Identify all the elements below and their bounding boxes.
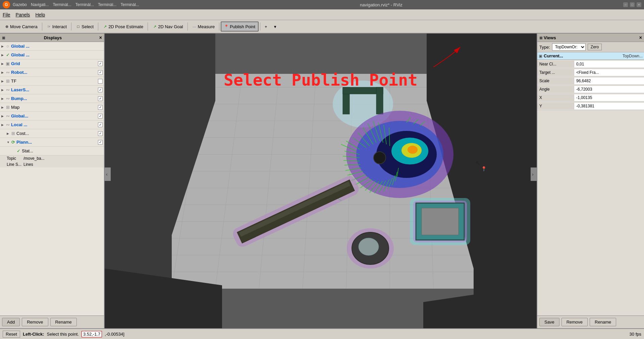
displays-close-icon[interactable]: × [99, 35, 102, 40]
toolbar-separator-5 [187, 22, 188, 31]
local-costmap-checkbox[interactable] [98, 123, 103, 127]
toolbar-plus-button[interactable]: + [262, 21, 270, 32]
tab-terminal2[interactable]: Terminàl... [75, 2, 94, 7]
display-item-grid[interactable]: ▶ ▣ Grid [0, 59, 104, 68]
rename-view-button[interactable]: Rename [590, 318, 616, 326]
global-costmap-checkbox[interactable] [98, 114, 103, 118]
display-item-map[interactable]: ▶ ⊞ Map [0, 103, 104, 112]
save-view-button[interactable]: Save [539, 318, 559, 326]
menu-file[interactable]: File [3, 12, 10, 17]
views-scale-row: Scale 96,6482 [537, 77, 644, 85]
views-panel: ▣ Views × Type: TopDownOr: Zero ▣ Curren… [537, 34, 644, 328]
svg-point-85 [359, 238, 379, 255]
cost-sub-checkbox[interactable] [98, 131, 103, 136]
views-current-name: Current... [544, 53, 623, 58]
display-name-global-options: Global ... [11, 52, 103, 57]
svg-text:📍: 📍 [481, 166, 487, 172]
display-name-stat: Stat... [22, 148, 103, 153]
2d-nav-label: 2D Nav Goal [158, 24, 183, 29]
measure-button[interactable]: — Measure [189, 21, 218, 32]
display-item-global-options[interactable]: ▶ ✓ Global ... [0, 51, 104, 59]
views-scale-value[interactable]: 96,6482 [574, 78, 644, 85]
tab-gazebo[interactable]: Gazebo [13, 2, 27, 7]
remove-display-button[interactable]: Remove [22, 318, 48, 326]
display-item-global-costmap[interactable]: ▶ ∾ Global... [0, 112, 104, 120]
bump-checkbox[interactable] [98, 96, 103, 101]
tab-terminal4[interactable]: Terminàl... [120, 2, 139, 7]
select-icon: □ [76, 24, 80, 29]
tab-navigation[interactable]: Navigati... [31, 2, 49, 7]
views-panel-icon: ▣ [539, 36, 542, 40]
options-icon: ▾ [274, 24, 276, 29]
maximize-button[interactable]: □ [630, 2, 635, 7]
views-current-row[interactable]: ▣ Current... TopDown... [537, 52, 644, 60]
expand-arrow: ▼ [7, 141, 11, 144]
display-icon-grid: ▣ [5, 61, 10, 66]
display-item-planner[interactable]: ▼ ⟳ Plann... [0, 138, 104, 147]
display-icon-circle: ○ [5, 44, 10, 49]
menu-panels[interactable]: Panels [16, 12, 30, 17]
views-angle-value[interactable]: -6,72003 [574, 86, 644, 93]
display-item-tf[interactable]: ▶ ⊞ TF [0, 77, 104, 86]
publish-point-button[interactable]: 📍 Publish Point [221, 21, 259, 32]
interact-button[interactable]: ☞ Interact [44, 21, 70, 32]
expand-arrow: ▶ [7, 132, 11, 135]
menu-help[interactable]: Help [35, 12, 45, 17]
line-style-row: Line S... Lines [0, 161, 104, 167]
3d-viewport[interactable]: Select Publish Point ↖ 📍 ‹ › [105, 34, 537, 328]
remove-view-button[interactable]: Remove [561, 318, 588, 326]
toolbar-separator-3 [98, 22, 98, 31]
views-y-row: Y -0,381381 [537, 102, 644, 110]
tab-terminal3[interactable]: Terminàl... [98, 2, 116, 7]
planner-checkbox[interactable] [98, 140, 103, 145]
display-item-cost-sub[interactable]: ▶ ⊞ Cost... [0, 129, 104, 138]
display-icon-check: ✓ [5, 53, 10, 57]
tf-checkbox[interactable] [98, 79, 103, 84]
views-y-value[interactable]: -0,381381 [574, 103, 644, 110]
tab-terminal1[interactable]: Terminàl... [53, 2, 71, 7]
toolbar-separator-1 [42, 22, 42, 31]
display-item-stat[interactable]: ✓ Stat... [0, 147, 104, 155]
status-coords-extra: ,-0.00534] [105, 332, 124, 337]
views-target-value[interactable]: <Fixed Fra... [574, 69, 644, 76]
display-item-bump[interactable]: ▶ ∾ Bump... [0, 94, 104, 103]
display-icon-bump: ∾ [5, 96, 10, 101]
reset-button[interactable]: Reset [3, 331, 20, 338]
display-item-global-status[interactable]: ▶ ○ Global ... [0, 42, 104, 51]
measure-icon: — [192, 24, 197, 29]
publish-point-label: Publish Point [230, 24, 255, 29]
minimize-button[interactable]: – [623, 2, 628, 7]
toolbar-options-button[interactable]: ▾ [271, 21, 279, 32]
measure-label: Measure [198, 24, 215, 29]
svg-point-40 [408, 146, 418, 154]
2d-pose-button[interactable]: ↗ 2D Pose Estimate [100, 21, 146, 32]
2d-nav-button[interactable]: ↗ 2D Nav Goal [149, 21, 186, 32]
robot-checkbox[interactable] [98, 70, 103, 75]
expand-arrow: ▶ [1, 97, 5, 100]
move-camera-button[interactable]: ⊕ Move Camera [1, 21, 41, 32]
laser-checkbox[interactable] [98, 88, 103, 92]
display-name-tf: TF [11, 79, 98, 84]
map-checkbox[interactable] [98, 105, 103, 110]
add-display-button[interactable]: Add [2, 318, 20, 326]
publish-point-icon: 📍 [224, 24, 229, 29]
display-icon-laser: ∾ [5, 88, 10, 92]
views-close-icon[interactable]: × [639, 35, 642, 40]
select-button[interactable]: □ Select [73, 21, 97, 32]
views-x-value[interactable]: -1,00135 [574, 94, 644, 101]
2d-pose-label: 2D Pose Estimate [108, 24, 143, 29]
app-topbar: G Gazebo Navigati... Terminàl... Terminà… [0, 0, 644, 9]
expand-arrow: ▶ [1, 106, 5, 109]
expand-arrow: ▶ [1, 123, 5, 127]
rename-display-button[interactable]: Rename [50, 318, 77, 326]
close-button[interactable]: × [637, 2, 641, 7]
views-near-clip-value[interactable]: 0,01 [574, 61, 644, 68]
views-zero-button[interactable]: Zero [588, 44, 602, 50]
display-item-local-costmap[interactable]: ▶ ∾ Local ... [0, 120, 104, 129]
display-item-robot[interactable]: ▶ ∾ Robot... [0, 68, 104, 77]
svg-rect-34 [376, 87, 383, 114]
grid-checkbox[interactable] [98, 61, 103, 66]
window-controls: – □ × [623, 2, 641, 7]
display-item-laserscan[interactable]: ▶ ∾ LaserS... [0, 86, 104, 94]
views-type-select[interactable]: TopDownOr: [552, 43, 586, 51]
